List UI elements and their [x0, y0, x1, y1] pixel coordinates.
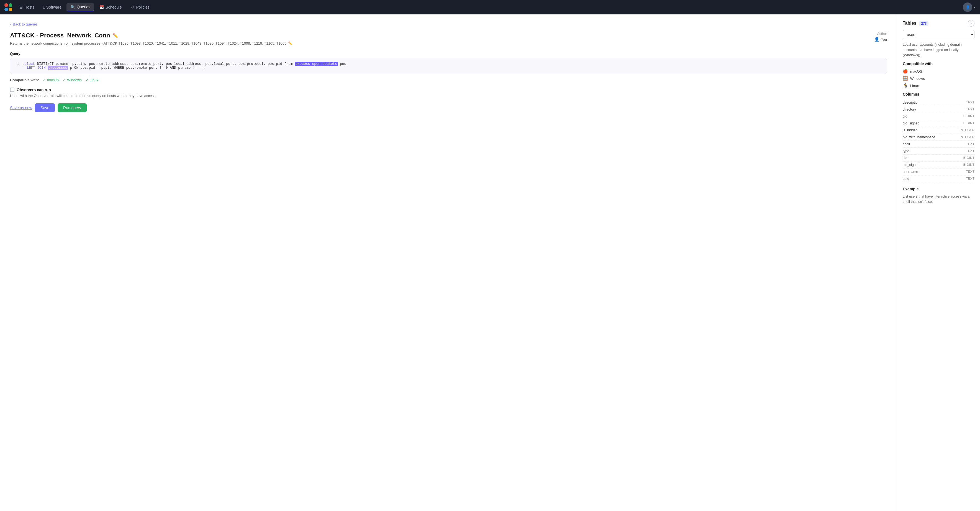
col-name: uid_signed — [903, 163, 920, 167]
nav-label-queries: Queries — [77, 5, 90, 9]
compat-label: Compatible with: — [10, 78, 39, 82]
tbl-highlight-processes: processes — [48, 66, 68, 70]
compat-linux-label: Linux — [90, 78, 98, 82]
query-label: Query: — [10, 51, 887, 56]
code-text-line1: select DISTINCT p.name, p.path, pos.remo… — [22, 62, 346, 66]
policies-icon: 🛡 — [130, 5, 134, 10]
author-label: Author — [877, 32, 887, 36]
title-edit-icon[interactable]: ✏️ — [113, 33, 118, 38]
save-as-new-button[interactable]: Save as new — [10, 105, 32, 110]
observers-checkbox[interactable] — [10, 88, 14, 92]
col-type: INTEGER — [960, 128, 974, 132]
app-logo — [5, 3, 12, 11]
sidebar-close-button[interactable]: × — [968, 20, 974, 27]
content-left: ATT&CK - Process_Network_Conn ✏️ Returns… — [10, 32, 874, 51]
nav-item-schedule[interactable]: 📅 Schedule — [95, 3, 126, 11]
col-type: BIGINT — [963, 163, 974, 167]
kw-left-join: LEFT JOIN — [27, 66, 46, 70]
col-name: uuid — [903, 177, 909, 181]
save-button[interactable]: Save — [35, 103, 55, 112]
col-name: username — [903, 170, 918, 174]
queries-icon: 🔍 — [70, 5, 75, 9]
compat-windows-label: Windows — [67, 78, 82, 82]
column-row: uidBIGINT — [903, 154, 974, 162]
compat-row: Compatible with: ✓ macOS ✓ Windows ✓ Lin… — [10, 78, 887, 82]
sidebar-tables-title: Tables — [903, 21, 916, 25]
back-arrow-icon: ‹ — [10, 22, 11, 26]
fn-highlight-process-open-sockets: process_open_sockets — [295, 62, 338, 66]
avatar-icon: 👤 — [965, 5, 970, 10]
back-link[interactable]: ‹ Back to queries — [10, 22, 887, 26]
run-query-button[interactable]: Run query — [57, 103, 87, 112]
nav-item-queries[interactable]: 🔍 Queries — [67, 3, 94, 11]
observers-desc: Users with the Observer role will be abl… — [10, 94, 887, 98]
kw-select: select — [22, 62, 35, 66]
table-select[interactable]: users — [903, 30, 974, 39]
example-section: Example List users that have interactive… — [903, 187, 974, 204]
column-row: directoryTEXT — [903, 106, 974, 113]
nav-item-policies[interactable]: 🛡 Policies — [127, 3, 153, 11]
back-link-label: Back to queries — [13, 22, 38, 26]
col-name: gid — [903, 115, 907, 118]
example-desc: List users that have interactive access … — [903, 194, 974, 204]
columns-title: Columns — [903, 92, 974, 96]
sidebar-compat-linux-label: Linux — [910, 84, 919, 88]
author-name: You — [881, 37, 887, 41]
sidebar-compat-macos: 🍎 macOS — [903, 69, 974, 74]
sidebar: Tables 273 × users Local user accounts (… — [897, 14, 980, 511]
observers-section: Observers can run Users with the Observe… — [10, 88, 887, 98]
column-row: shellTEXT — [903, 141, 974, 148]
col-name: type — [903, 149, 909, 153]
nav-label-hosts: Hosts — [24, 5, 34, 10]
btn-row: Save as new Save Run query — [10, 103, 887, 112]
author-person-icon: 👤 — [874, 37, 880, 42]
nav-label-schedule: Schedule — [105, 5, 122, 10]
linux-icon: 🐧 — [903, 83, 908, 88]
sidebar-compat-linux: 🐧 Linux — [903, 83, 974, 88]
code-line-1: 1 select DISTINCT p.name, p.path, pos.re… — [15, 62, 882, 66]
compat-macos: ✓ macOS — [43, 78, 59, 82]
windows-icon: 🪟 — [903, 76, 908, 81]
nav-label-software: Software — [46, 5, 62, 10]
col-name: directory — [903, 108, 916, 111]
user-avatar[interactable]: 👤 — [963, 3, 972, 12]
nav-label-policies: Policies — [136, 5, 149, 10]
author-value-row: 👤 You — [874, 37, 887, 42]
author-box: Author 👤 You — [874, 32, 887, 42]
check-windows-icon: ✓ — [63, 78, 66, 82]
avatar-chevron-icon: ▾ — [974, 6, 975, 9]
col-name: is_hidden — [903, 128, 918, 132]
content-area: ‹ Back to queries ATT&CK - Process_Netwo… — [0, 14, 897, 511]
code-block[interactable]: 1 select DISTINCT p.name, p.path, pos.re… — [10, 58, 887, 74]
col-name: shell — [903, 142, 910, 146]
col-type: TEXT — [966, 177, 974, 181]
description-edit-icon[interactable]: ✏️ — [288, 41, 293, 45]
sidebar-compat-macos-label: macOS — [910, 69, 922, 73]
main-layout: ‹ Back to queries ATT&CK - Process_Netwo… — [0, 14, 980, 511]
columns-list: descriptionTEXTdirectoryTEXTgidBIGINTgid… — [903, 99, 974, 182]
column-row: pid_with_namespaceINTEGER — [903, 134, 974, 141]
col-type: TEXT — [966, 149, 974, 153]
description-text: Returns the network connections from sys… — [10, 41, 286, 45]
sidebar-compat-windows-label: Windows — [910, 76, 925, 81]
check-linux-icon: ✓ — [86, 78, 89, 82]
col-type: TEXT — [966, 108, 974, 111]
top-nav: ⊞ Hosts ℹ Software 🔍 Queries 📅 Schedule … — [0, 0, 980, 14]
macos-icon: 🍎 — [903, 69, 908, 74]
col-type: BIGINT — [963, 115, 974, 118]
tables-count-badge: 273 — [919, 21, 929, 26]
page-title: ATT&CK - Process_Network_Conn — [10, 32, 110, 39]
col-name: description — [903, 100, 920, 105]
observers-row: Observers can run — [10, 88, 887, 92]
sidebar-header: Tables 273 × — [903, 20, 974, 27]
col-type: INTEGER — [960, 135, 974, 139]
sidebar-compat-windows: 🪟 Windows — [903, 76, 974, 81]
nav-item-software[interactable]: ℹ Software — [39, 3, 65, 11]
software-icon: ℹ — [43, 5, 45, 10]
col-name: uid — [903, 156, 907, 160]
col-type: TEXT — [966, 170, 974, 174]
compat-macos-label: macOS — [47, 78, 59, 82]
code-line-2: LEFT JOIN processes p ON pos.pid = p.pid… — [15, 66, 882, 70]
column-row: is_hiddenINTEGER — [903, 127, 974, 134]
nav-item-hosts[interactable]: ⊞ Hosts — [16, 3, 38, 11]
